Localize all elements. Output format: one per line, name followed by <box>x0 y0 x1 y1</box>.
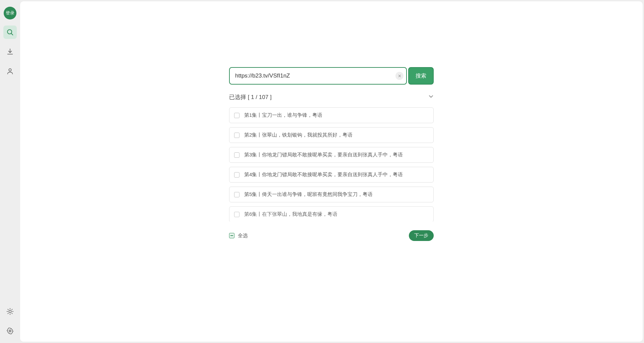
svg-line-16 <box>12 309 12 309</box>
list-item[interactable]: 第6集丨在下张翠山，我地真是有缘，粤语 <box>229 206 434 222</box>
svg-line-15 <box>8 313 8 313</box>
sun-icon <box>6 308 14 315</box>
main-panel: ✕ 搜索 已选择 [ 1 / 107 ] 第1集丨宝刀一出，谁与争锋，粤语 第2… <box>20 1 643 342</box>
search-input-wrap: ✕ <box>229 67 407 85</box>
episode-title: 第5集丨倚天一出谁与争锋，呢班有竟然同我争宝刀，粤语 <box>244 191 373 198</box>
search-button[interactable]: 搜索 <box>408 67 434 85</box>
search-icon <box>6 29 14 36</box>
login-button[interactable]: 登录 <box>4 7 16 19</box>
checkbox[interactable] <box>234 192 239 197</box>
user-icon <box>6 67 14 75</box>
svg-point-17 <box>9 330 11 332</box>
list-item[interactable]: 第1集丨宝刀一出，谁与争锋，粤语 <box>229 107 434 123</box>
checkbox[interactable] <box>234 152 239 158</box>
content-column: ✕ 搜索 已选择 [ 1 / 107 ] 第1集丨宝刀一出，谁与争锋，粤语 第2… <box>229 67 434 342</box>
checkbox-indeterminate[interactable] <box>229 233 234 238</box>
list-item[interactable]: 第3集丨你地龙门镖局敢不敢接呢单买卖，要亲自送到张真人手中，粤语 <box>229 147 434 163</box>
gear-icon <box>6 327 14 335</box>
episode-title: 第3集丨你地龙门镖局敢不敢接呢单买卖，要亲自送到张真人手中，粤语 <box>244 152 403 158</box>
search-tab[interactable] <box>3 26 17 39</box>
checkbox[interactable] <box>234 172 239 178</box>
checkbox[interactable] <box>234 212 239 217</box>
url-input[interactable] <box>235 72 395 79</box>
svg-point-8 <box>9 310 11 312</box>
select-all-label: 全选 <box>238 233 248 239</box>
checkbox[interactable] <box>234 133 239 138</box>
svg-line-13 <box>8 309 8 309</box>
episode-title: 第1集丨宝刀一出，谁与争锋，粤语 <box>244 112 322 118</box>
settings-button[interactable] <box>3 324 17 338</box>
theme-button[interactable] <box>3 305 17 318</box>
search-row: ✕ 搜索 <box>229 67 434 85</box>
selection-summary-row: 已选择 [ 1 / 107 ] <box>229 92 434 102</box>
episode-list: 第1集丨宝刀一出，谁与争锋，粤语 第2集丨张翠山，铁划银钩，我就投其所好，粤语 … <box>229 107 434 222</box>
selection-summary-text: 已选择 [ 1 / 107 ] <box>229 93 272 101</box>
close-icon: ✕ <box>398 74 401 79</box>
chevron-down-icon <box>428 94 434 99</box>
svg-line-6 <box>11 34 13 35</box>
select-all-toggle[interactable]: 全选 <box>229 233 248 239</box>
user-tab[interactable] <box>3 64 17 78</box>
next-button[interactable]: 下一步 <box>409 230 434 241</box>
sidebar: 登录 <box>0 0 20 343</box>
list-item[interactable]: 第2集丨张翠山，铁划银钩，我就投其所好，粤语 <box>229 127 434 143</box>
episode-title: 第2集丨张翠山，铁划银钩，我就投其所好，粤语 <box>244 132 353 138</box>
svg-point-7 <box>9 69 11 71</box>
episode-title: 第6集丨在下张翠山，我地真是有缘，粤语 <box>244 211 337 217</box>
footer-row: 全选 下一步 <box>229 230 434 241</box>
checkbox[interactable] <box>234 113 239 118</box>
episode-title: 第4集丨你地龙门镖局敢不敢接呢单买卖，要亲自送到张真人手中，粤语 <box>244 172 403 178</box>
collapse-toggle[interactable] <box>428 94 434 101</box>
clear-input-button[interactable]: ✕ <box>395 72 404 80</box>
download-icon <box>6 48 14 55</box>
list-item[interactable]: 第4集丨你地龙门镖局敢不敢接呢单买卖，要亲自送到张真人手中，粤语 <box>229 167 434 183</box>
list-item[interactable]: 第5集丨倚天一出谁与争锋，呢班有竟然同我争宝刀，粤语 <box>229 187 434 202</box>
svg-line-14 <box>12 313 12 313</box>
download-tab[interactable] <box>3 45 17 58</box>
